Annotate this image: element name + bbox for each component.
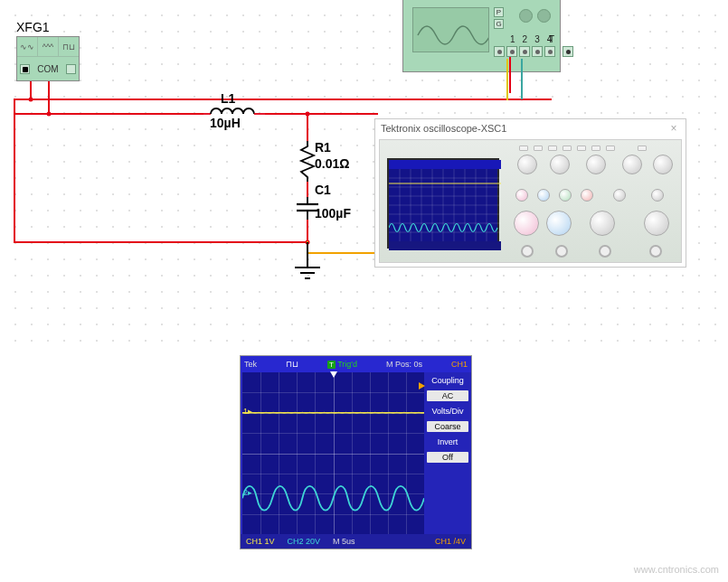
scope-port-t[interactable] bbox=[563, 46, 573, 57]
menu-button[interactable] bbox=[577, 146, 586, 151]
knob-volts-ch1[interactable] bbox=[514, 211, 539, 236]
timebase-readout: M 5us bbox=[333, 537, 355, 546]
r1-value: 0.01Ω bbox=[315, 156, 349, 171]
scope-pg-pins: P G bbox=[494, 7, 504, 29]
knob-icon[interactable] bbox=[613, 189, 626, 202]
scope-mini-screen bbox=[387, 158, 499, 249]
svg-rect-7 bbox=[389, 160, 501, 169]
scope-knob[interactable] bbox=[537, 9, 551, 23]
trig-badge: T bbox=[327, 361, 336, 369]
scope-ports-row bbox=[494, 46, 573, 57]
knob-icon[interactable] bbox=[550, 155, 570, 174]
xfg1-pin-minus[interactable] bbox=[66, 64, 76, 74]
c1-value: 100µF bbox=[315, 206, 351, 221]
wire bbox=[265, 113, 378, 115]
menu-button[interactable] bbox=[519, 146, 528, 151]
ch2-scale: CH2 20V bbox=[288, 537, 321, 546]
scope-port-t-label: T bbox=[549, 34, 554, 44]
coupling-button[interactable]: AC bbox=[427, 390, 468, 401]
menu-button[interactable] bbox=[548, 146, 557, 151]
menu-button[interactable] bbox=[591, 146, 600, 151]
trigger-readout: CH1 /4V bbox=[435, 537, 466, 546]
invert-label: Invert bbox=[427, 437, 468, 446]
junction-dot bbox=[47, 112, 52, 117]
knob-icon[interactable] bbox=[622, 155, 642, 174]
invert-button[interactable]: Off bbox=[427, 452, 468, 463]
menu-button[interactable] bbox=[534, 146, 543, 151]
scope-window-titlebar[interactable]: Tektronix oscilloscope-XSC1 × bbox=[375, 119, 685, 137]
mpos-readout: M Pos: 0s bbox=[386, 360, 422, 369]
l1-ref: L1 bbox=[221, 91, 235, 106]
wire bbox=[509, 57, 511, 93]
knob-icon[interactable] bbox=[559, 189, 572, 202]
ground-symbol bbox=[293, 266, 322, 284]
scope-pin-p[interactable]: P bbox=[494, 7, 504, 17]
scope-side-menu: Coupling AC Volts/Div Coarse Invert Off bbox=[424, 372, 471, 534]
scope-bottom-bar: CH1 1V CH2 20V M 5us CH1 /4V bbox=[241, 534, 471, 549]
scope-traces bbox=[242, 372, 424, 534]
knob-icon[interactable] bbox=[537, 189, 550, 202]
scope-port-2[interactable] bbox=[519, 46, 530, 57]
wire bbox=[14, 99, 552, 100]
knob-icon[interactable] bbox=[515, 189, 528, 202]
wire bbox=[307, 113, 308, 142]
wire bbox=[307, 220, 308, 242]
scope-brand-short: Tek bbox=[244, 360, 257, 369]
knob-icon[interactable] bbox=[653, 155, 673, 174]
l1-value: 10µH bbox=[210, 116, 241, 130]
wire bbox=[14, 113, 203, 115]
scope-port-p[interactable] bbox=[494, 46, 505, 57]
xfg1-com-label: COM bbox=[37, 64, 58, 74]
resistor-r1[interactable] bbox=[298, 141, 317, 183]
scope-top-bar: Tek ⊓⊔ T Trig'd M Pos: 0s CH1 bbox=[241, 356, 471, 372]
knob-icon[interactable] bbox=[586, 155, 606, 174]
scope-port-3[interactable] bbox=[532, 46, 543, 57]
knob-icon[interactable] bbox=[651, 189, 664, 202]
scope-module-xsc1[interactable]: P G 1 2 3 4 T bbox=[402, 0, 561, 72]
schematic-canvas[interactable]: XFG1 ∿∿ ^^^ ⊓⊔ COM P G 1 bbox=[0, 0, 728, 582]
run-stop-icon: ⊓⊔ bbox=[286, 360, 298, 369]
scope-channel-numbers: 1 2 3 4 bbox=[510, 34, 552, 44]
wire bbox=[506, 59, 508, 100]
voltsdiv-button[interactable]: Coarse bbox=[427, 421, 468, 432]
scope-knob[interactable] bbox=[519, 9, 533, 23]
voltsdiv-label: Volts/Div bbox=[427, 407, 468, 416]
knob-volts-ch2[interactable] bbox=[546, 211, 572, 236]
scope-panel bbox=[506, 140, 681, 262]
bnc-ch1[interactable] bbox=[521, 245, 534, 258]
wave-sine-icon[interactable]: ∿∿ bbox=[17, 37, 38, 56]
wire bbox=[14, 99, 15, 243]
bnc-ext[interactable] bbox=[599, 245, 611, 258]
menu-button[interactable] bbox=[638, 146, 647, 151]
scope-grid: 1▸ 2▸ bbox=[242, 372, 424, 534]
ch1-scale: CH1 1V bbox=[246, 537, 275, 546]
scope-module-screen bbox=[412, 7, 489, 52]
knob-icon[interactable] bbox=[581, 189, 593, 202]
c1-ref: C1 bbox=[315, 183, 331, 197]
bnc-trig[interactable] bbox=[649, 245, 662, 258]
bnc-ch2[interactable] bbox=[555, 245, 568, 258]
knob-trigger[interactable] bbox=[644, 211, 669, 236]
trig-state: Trig'd bbox=[337, 360, 357, 369]
function-generator-xfg1[interactable]: XFG1 ∿∿ ^^^ ⊓⊔ COM bbox=[16, 20, 80, 81]
scope-port-1[interactable] bbox=[506, 46, 517, 57]
oscilloscope-window[interactable]: Tektronix oscilloscope-XSC1 × Tektronix bbox=[374, 118, 686, 268]
scope-port-4[interactable] bbox=[544, 46, 555, 57]
scope-pin-g[interactable]: G bbox=[494, 19, 504, 29]
wire bbox=[521, 59, 523, 99]
scope-display-large: Tek ⊓⊔ T Trig'd M Pos: 0s CH1 bbox=[240, 355, 472, 549]
xfg1-body[interactable]: ∿∿ ^^^ ⊓⊔ COM bbox=[16, 36, 80, 81]
knob-icon[interactable] bbox=[517, 155, 537, 174]
knob-timebase[interactable] bbox=[590, 211, 615, 236]
svg-rect-8 bbox=[389, 241, 501, 250]
xfg1-pin-plus[interactable] bbox=[20, 64, 30, 74]
menu-button[interactable] bbox=[563, 146, 572, 151]
wave-square-icon[interactable]: ⊓⊔ bbox=[59, 37, 79, 56]
wire bbox=[307, 242, 308, 268]
wave-tri-icon[interactable]: ^^^ bbox=[38, 37, 59, 56]
xfg1-ref: XFG1 bbox=[16, 20, 80, 34]
close-icon[interactable]: × bbox=[667, 122, 680, 135]
wire bbox=[48, 81, 50, 114]
scope-photo: Tektronix bbox=[379, 139, 682, 263]
menu-button[interactable] bbox=[606, 146, 615, 151]
